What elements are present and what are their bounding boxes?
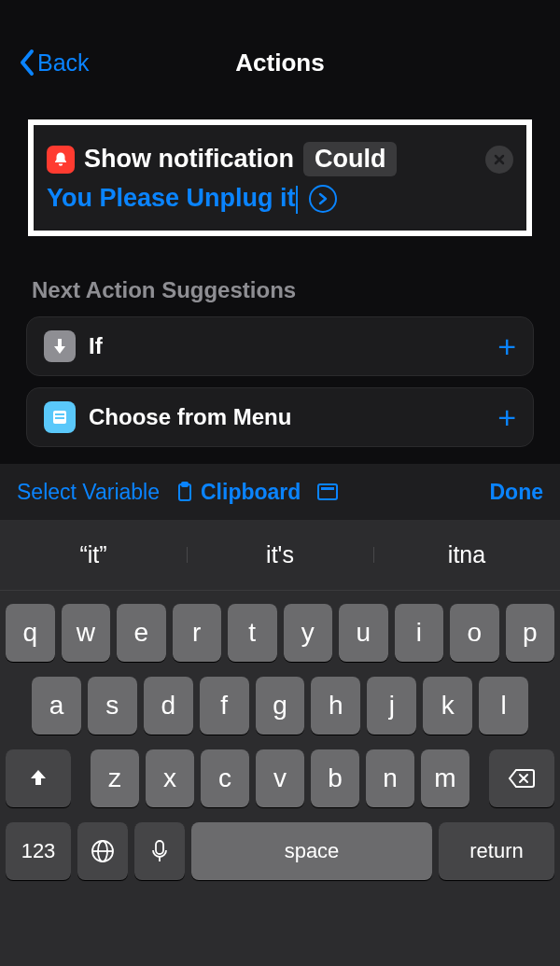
key-i[interactable]: i xyxy=(395,604,444,662)
svg-rect-6 xyxy=(321,487,334,490)
numbers-key[interactable]: 123 xyxy=(6,822,71,880)
key-b[interactable]: b xyxy=(311,749,359,807)
suggestion-if[interactable]: If + xyxy=(26,316,534,376)
select-variable-button[interactable]: Select Variable xyxy=(17,480,160,505)
key-g[interactable]: g xyxy=(256,677,305,735)
done-button[interactable]: Done xyxy=(490,480,544,505)
key-a[interactable]: a xyxy=(32,677,81,735)
key-h[interactable]: h xyxy=(311,677,360,735)
key-c[interactable]: c xyxy=(201,749,249,807)
backspace-key[interactable] xyxy=(489,749,554,807)
key-e[interactable]: e xyxy=(117,604,166,662)
key-v[interactable]: v xyxy=(256,749,304,807)
add-suggestion-button[interactable]: + xyxy=(497,401,516,433)
shift-key[interactable] xyxy=(6,749,71,807)
globe-icon xyxy=(91,839,115,863)
suggestion-label: Choose from Menu xyxy=(89,404,484,430)
close-icon xyxy=(493,153,506,166)
keyboard: “it” it's itna q w e r t y u i o p a s d… xyxy=(0,520,560,966)
branch-icon xyxy=(44,330,76,362)
key-t[interactable]: t xyxy=(228,604,277,662)
chevron-right-icon xyxy=(318,192,328,205)
key-r[interactable]: r xyxy=(173,604,222,662)
key-f[interactable]: f xyxy=(200,677,249,735)
key-w[interactable]: w xyxy=(62,604,111,662)
svg-rect-2 xyxy=(55,417,64,419)
key-m[interactable]: m xyxy=(421,749,469,807)
prediction-item[interactable]: it's xyxy=(187,541,373,568)
key-j[interactable]: j xyxy=(367,677,416,735)
page-title: Actions xyxy=(235,49,324,77)
shift-icon xyxy=(27,767,49,790)
clipboard-icon xyxy=(176,482,193,502)
action-input[interactable]: You Please Unplug it xyxy=(47,184,513,214)
action-label: Show notification xyxy=(84,145,294,174)
key-n[interactable]: n xyxy=(366,749,414,807)
action-input-text: You Please Unplug it xyxy=(47,184,296,212)
key-z[interactable]: z xyxy=(91,749,139,807)
suggestion-label: If xyxy=(89,333,484,359)
key-row-1: q w e r t y u i o p xyxy=(6,604,554,662)
backspace-icon xyxy=(508,768,536,789)
key-row-2: a s d f g h j k l xyxy=(6,677,554,735)
svg-rect-5 xyxy=(318,484,337,499)
action-param-pill[interactable]: Could xyxy=(303,142,397,176)
notification-icon xyxy=(47,146,75,174)
menu-icon xyxy=(44,401,76,433)
key-x[interactable]: x xyxy=(146,749,194,807)
key-p[interactable]: p xyxy=(506,604,555,662)
key-l[interactable]: l xyxy=(479,677,528,735)
prediction-row: “it” it's itna xyxy=(0,520,560,591)
key-row-3: z x c v b n m xyxy=(6,749,554,807)
keyboard-accessory-bar: Select Variable Clipboard Done xyxy=(0,464,560,520)
expand-action-button[interactable] xyxy=(309,185,337,213)
key-y[interactable]: y xyxy=(284,604,333,662)
key-q[interactable]: q xyxy=(6,604,55,662)
key-o[interactable]: o xyxy=(450,604,499,662)
remove-action-button[interactable] xyxy=(485,146,513,174)
key-d[interactable]: d xyxy=(144,677,193,735)
svg-rect-1 xyxy=(55,413,64,415)
back-button[interactable]: Back xyxy=(19,49,90,77)
key-s[interactable]: s xyxy=(88,677,137,735)
key-u[interactable]: u xyxy=(339,604,388,662)
calculator-icon xyxy=(317,483,338,500)
prediction-item[interactable]: itna xyxy=(373,541,560,568)
clipboard-button[interactable]: Clipboard xyxy=(176,480,301,505)
back-label: Back xyxy=(37,49,90,77)
svg-rect-10 xyxy=(156,841,163,854)
add-suggestion-button[interactable]: + xyxy=(497,330,516,362)
space-key[interactable]: space xyxy=(191,822,432,880)
key-row-bottom: 123 space return xyxy=(6,822,554,880)
mic-icon xyxy=(151,839,168,863)
return-key[interactable]: return xyxy=(439,822,554,880)
key-k[interactable]: k xyxy=(423,677,472,735)
suggestion-choose-menu[interactable]: Choose from Menu + xyxy=(26,387,534,447)
chevron-left-icon xyxy=(19,49,35,77)
calculator-button[interactable] xyxy=(317,483,338,500)
dictation-key[interactable] xyxy=(134,822,185,880)
header: Back Actions xyxy=(0,24,560,101)
action-card[interactable]: Show notification Could You Please Unplu… xyxy=(43,134,517,221)
action-card-highlight: Show notification Could You Please Unplu… xyxy=(28,119,532,236)
suggestions-heading: Next Action Suggestions xyxy=(32,277,528,303)
globe-key[interactable] xyxy=(77,822,128,880)
prediction-item[interactable]: “it” xyxy=(0,541,187,568)
